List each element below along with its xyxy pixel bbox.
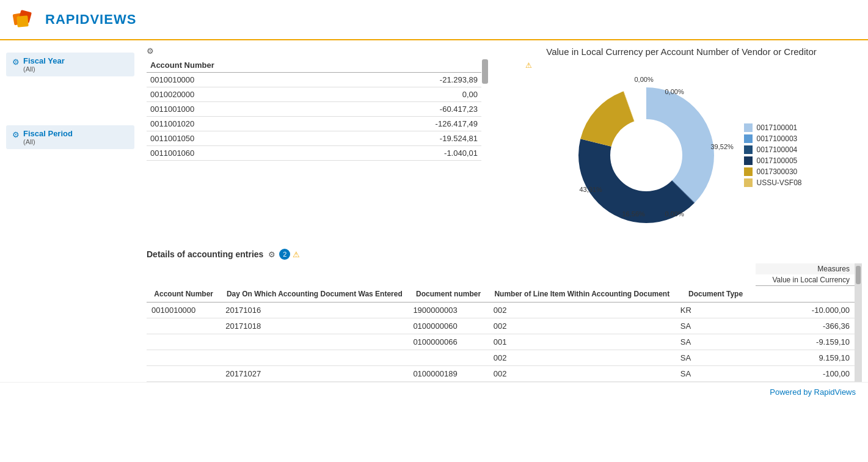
table-row: 0010010000 -21.293,89 [147, 73, 481, 87]
account-cell: 0011001020 [147, 117, 344, 131]
table-row: 0100000066 001 SA -9.159,10 [147, 334, 855, 350]
value-cell: -1.040,01 [344, 146, 481, 161]
details-gear-icon: ⚙ [268, 250, 275, 259]
legend-color-swatch [744, 134, 753, 143]
detail-doc-type: SA [676, 318, 756, 334]
logo-text: RAPIDVIEWS [45, 12, 136, 28]
account-cell: 0010010000 [147, 73, 344, 87]
measures-header: Measures [756, 263, 855, 274]
table-row: 002 SA 9.159,10 [147, 350, 855, 365]
chart-legend: 0017100001 0017100003 0017100004 0017100… [744, 123, 801, 189]
legend-item: 0017100003 [744, 134, 801, 143]
account-cell: 0010020000 [147, 87, 344, 102]
details-table: Measures Value in Local Currency Account… [147, 263, 855, 382]
value-in-local-currency-header: Value in Local Currency [756, 274, 855, 286]
fiscal-period-value: (All) [23, 138, 73, 145]
detail-account [147, 365, 221, 381]
sidebar: ⚙ Fiscal Year (All) ⚙ Fiscal Period (All… [0, 40, 140, 382]
fiscal-year-filter[interactable]: ⚙ Fiscal Year (All) [6, 53, 134, 76]
header: RAPIDVIEWS [0, 0, 868, 40]
detail-line-item: 002 [489, 365, 676, 381]
gear-icon: ⚙ [12, 57, 20, 67]
detail-account [147, 350, 221, 365]
detail-day [221, 334, 408, 350]
account-cell: 0011001060 [147, 146, 344, 161]
content-area: ⚙ Account Number 001001 [140, 40, 868, 382]
pct-label-right: 39,52% [710, 143, 733, 150]
chart-container: 0,00% 0,00% 39,52% 43,91% 16,56% 0,00% 0… [501, 70, 862, 243]
table-row: 0011001050 -19.524,81 [147, 131, 481, 146]
legend-item: 0017100005 [744, 156, 801, 165]
value-cell: -126.417,49 [344, 117, 481, 131]
fiscal-period-filter[interactable]: ⚙ Fiscal Period (All) [6, 125, 134, 149]
detail-day: 20171027 [221, 365, 408, 381]
details-warning-icon: ⚠ [293, 250, 300, 259]
pct-label-left: 43,91% [579, 186, 602, 193]
table-gear-icon: ⚙ [147, 46, 154, 56]
value-cell: 0,00 [344, 87, 481, 102]
pct-label-top-right: 0,00% [665, 88, 684, 95]
main-layout: ⚙ Fiscal Year (All) ⚙ Fiscal Period (All… [0, 40, 868, 382]
detail-line-item: 002 [489, 302, 676, 318]
detail-value: -100,00 [756, 365, 855, 381]
table-row: 0011001020 -126.417,49 [147, 117, 481, 131]
detail-day [221, 350, 408, 365]
table-scrollbar[interactable] [481, 58, 489, 161]
account-cell: 0011001050 [147, 131, 344, 146]
details-badge: 2 [279, 249, 290, 260]
detail-value: 9.159,10 [756, 350, 855, 365]
detail-account [147, 334, 221, 350]
table-row: 0011001060 -1.040,01 [147, 146, 481, 161]
detail-doc-type: KR [676, 302, 756, 318]
top-section: ⚙ Account Number 001001 [147, 46, 862, 243]
account-number-col-header: Account Number [147, 58, 344, 73]
detail-day: 20171016 [221, 302, 408, 318]
account-cell: 0011001000 [147, 102, 344, 117]
table-row: 0011001000 -60.417,23 [147, 102, 481, 117]
pct-label-top: 0,00% [634, 76, 653, 83]
col-value [756, 286, 855, 302]
legend-item: 0017100004 [744, 145, 801, 154]
detail-value: -366,36 [756, 318, 855, 334]
legend-item: USSU-VSF08 [744, 178, 801, 187]
donut-chart [561, 70, 732, 241]
value-cell: -21.293,89 [344, 73, 481, 87]
col-day: Day On Which Accounting Document Was Ent… [221, 286, 408, 302]
detail-value: -9.159,10 [756, 334, 855, 350]
details-scrollbar[interactable] [855, 263, 862, 382]
detail-doc-num: 1900000003 [408, 302, 488, 318]
detail-line-item: 001 [489, 334, 676, 350]
detail-doc-num: 0100000189 [408, 365, 488, 381]
legend-label: 0017100001 [756, 123, 797, 132]
fiscal-year-value: (All) [23, 65, 65, 73]
top-table-section: ⚙ Account Number 001001 [147, 46, 489, 243]
fiscal-year-label: Fiscal Year [23, 56, 65, 65]
detail-doc-num: 0100000060 [408, 318, 488, 334]
legend-color-swatch [744, 145, 753, 154]
details-table-wrapper: Measures Value in Local Currency Account… [147, 263, 862, 382]
col-doc-number: Document number [408, 286, 488, 302]
chart-title: Value in Local Currency per Account Numb… [501, 46, 862, 57]
detail-account [147, 318, 221, 334]
detail-doc-num [408, 350, 488, 365]
detail-doc-type: SA [676, 334, 756, 350]
footer-text: Powered by RapidViews [770, 387, 856, 397]
detail-day: 20171018 [221, 318, 408, 334]
svg-point-9 [611, 120, 682, 191]
details-header: Details of accounting entries ⚙ 2 ⚠ [147, 249, 862, 260]
table-row: 20171027 0100000189 002 SA -100,00 [147, 365, 855, 381]
logo-icon [12, 6, 39, 33]
detail-account: 0010010000 [147, 302, 221, 318]
detail-doc-type: SA [676, 365, 756, 381]
legend-label: 0017100004 [756, 145, 797, 154]
detail-line-item: 002 [489, 318, 676, 334]
detail-line-item: 002 [489, 350, 676, 365]
legend-color-swatch [744, 156, 753, 165]
value-col-header [344, 58, 481, 73]
chart-section: Value in Local Currency per Account Numb… [501, 46, 862, 243]
value-cell: -60.417,23 [344, 102, 481, 117]
fiscal-period-label: Fiscal Period [23, 129, 73, 138]
details-title: Details of accounting entries [147, 249, 263, 259]
footer: Powered by RapidViews [0, 382, 868, 402]
pct-label-bottom: 16,56% [622, 210, 644, 218]
